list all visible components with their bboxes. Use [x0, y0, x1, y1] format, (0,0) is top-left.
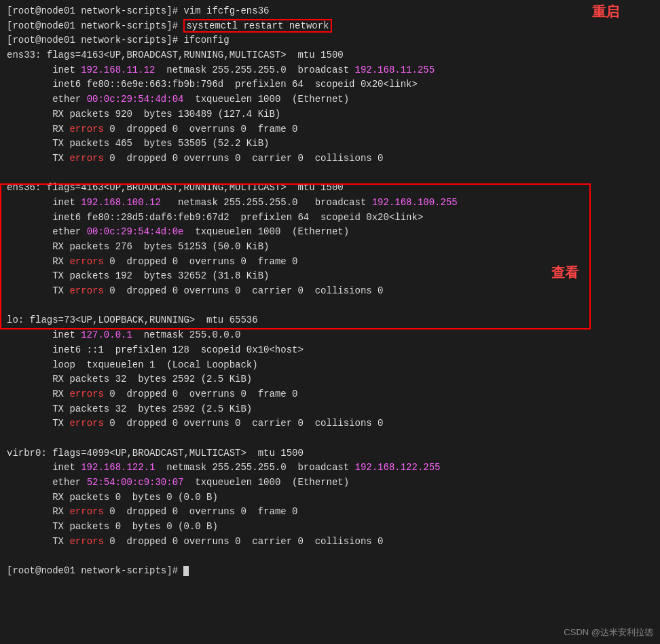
terminal-line: RX errors 0 dropped 0 overruns 0 frame 0 — [7, 505, 653, 520]
terminal-line: ens36: flags=4163<UP,BROADCAST,RUNNING,M… — [7, 181, 653, 196]
terminal-line: RX packets 276 bytes 51253 (50.0 KiB) — [7, 240, 653, 255]
terminal-line: TX errors 0 dropped 0 overruns 0 carrier… — [7, 416, 653, 431]
terminal-line: inet 192.168.100.12 netmask 255.255.255.… — [7, 196, 653, 211]
restart-network-cmd: systemctl restart network — [183, 19, 331, 33]
terminal-line: RX errors 0 dropped 0 overruns 0 frame 0 — [7, 122, 653, 137]
terminal-line: RX packets 32 bytes 2592 (2.5 KiB) — [7, 372, 653, 387]
terminal-line: [root@node01 network-scripts]# ifconfig — [7, 33, 653, 48]
terminal-line — [7, 431, 653, 446]
terminal-line: TX packets 0 bytes 0 (0.0 B) — [7, 520, 653, 535]
terminal-line: TX errors 0 dropped 0 overruns 0 carrier… — [7, 284, 653, 299]
terminal-line: RX packets 0 bytes 0 (0.0 B) — [7, 490, 653, 505]
terminal-line: RX packets 920 bytes 130489 (127.4 KiB) — [7, 107, 653, 122]
terminal-line: ether 00:0c:29:54:4d:04 txqueuelen 1000 … — [7, 92, 653, 107]
terminal-line — [7, 299, 653, 314]
terminal-line: ether 00:0c:29:54:4d:0e txqueuelen 1000 … — [7, 225, 653, 240]
terminal-line: inet6 fe80::6e9e:663:fb9b:796d prefixlen… — [7, 77, 653, 92]
terminal-line: virbr0: flags=4099<UP,BROADCAST,MULTICAS… — [7, 446, 653, 461]
annotation-restart: 重启 — [592, 3, 619, 21]
terminal-line: inet6 fe80::28d5:daf6:feb9:67d2 prefixle… — [7, 211, 653, 226]
terminal-line: TX errors 0 dropped 0 overruns 0 carrier… — [7, 535, 653, 550]
cursor-blink — [183, 566, 189, 576]
terminal-line: TX errors 0 dropped 0 overruns 0 carrier… — [7, 151, 653, 166]
terminal-line — [7, 549, 653, 564]
annotation-view: 查看 — [551, 264, 579, 282]
terminal-line: inet 127.0.0.1 netmask 255.0.0.0 — [7, 328, 653, 343]
terminal-line: lo: flags=73<UP,LOOPBACK,RUNNING> mtu 65… — [7, 313, 653, 328]
footer-credit: CSDN @达米安利拉德 — [564, 626, 653, 639]
terminal-prompt[interactable]: [root@node01 network-scripts]# — [7, 564, 653, 579]
terminal-line: TX packets 32 bytes 2592 (2.5 KiB) — [7, 402, 653, 417]
terminal-line: ens33: flags=4163<UP,BROADCAST,RUNNING,M… — [7, 48, 653, 63]
terminal-line — [7, 166, 653, 181]
terminal-line: inet 192.168.11.12 netmask 255.255.255.0… — [7, 63, 653, 78]
terminal-line: RX errors 0 dropped 0 overruns 0 frame 0 — [7, 387, 653, 402]
terminal-line: ether 52:54:00:c9:30:07 txqueuelen 1000 … — [7, 476, 653, 490]
terminal: 重启 查看 [root@node01 network-scripts]# vim… — [0, 0, 660, 644]
terminal-line: [root@node01 network-scripts]# vim ifcfg… — [7, 4, 653, 19]
terminal-line: inet 192.168.122.1 netmask 255.255.255.0… — [7, 461, 653, 476]
terminal-line: loop txqueuelen 1 (Local Loopback) — [7, 358, 653, 373]
terminal-line: [root@node01 network-scripts]# systemctl… — [7, 19, 653, 34]
terminal-line: inet6 ::1 prefixlen 128 scopeid 0x10<hos… — [7, 343, 653, 358]
terminal-line: TX packets 465 bytes 53505 (52.2 KiB) — [7, 137, 653, 151]
